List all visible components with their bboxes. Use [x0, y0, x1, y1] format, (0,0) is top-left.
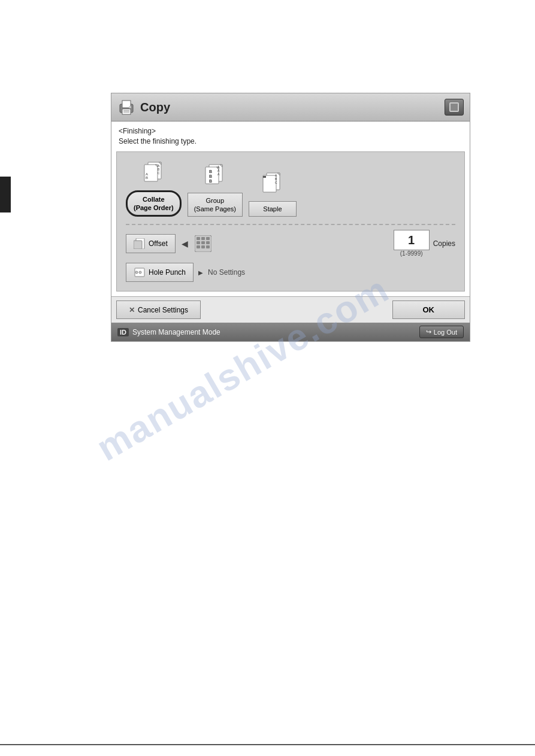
- hole-punch-setting: No Settings: [208, 268, 245, 277]
- copies-input-wrapper: (1-9999): [394, 230, 430, 257]
- title-text: Copy: [140, 101, 170, 114]
- bottom-line: [0, 744, 535, 745]
- svg-rect-36: [201, 237, 205, 240]
- svg-rect-27: [263, 175, 276, 192]
- group-option[interactable]: B B B A A A Group (Same Pages): [188, 163, 243, 217]
- logout-label: Log Out: [434, 329, 457, 336]
- svg-rect-43: [206, 245, 210, 248]
- staple-btn[interactable]: Staple: [249, 201, 297, 217]
- copies-range: (1-9999): [400, 250, 423, 257]
- svg-rect-40: [206, 241, 210, 244]
- svg-point-5: [129, 106, 131, 108]
- controls-row: Offset ◀: [126, 230, 455, 257]
- copies-input[interactable]: [394, 230, 430, 250]
- system-bar: ID System Management Mode ↪ Log Out: [111, 323, 470, 341]
- svg-rect-39: [201, 241, 205, 244]
- svg-point-46: [139, 271, 141, 274]
- hole-punch-row: Hole Punch ▶ No Settings: [126, 263, 455, 282]
- dashed-separator: [126, 224, 455, 225]
- offset-icon: [134, 238, 146, 249]
- hole-punch-arrow: ▶: [198, 269, 203, 276]
- options-row: A B A B C Collate (Page Order): [126, 161, 455, 217]
- svg-rect-37: [206, 237, 210, 240]
- svg-text:B: B: [209, 179, 212, 183]
- keypad-icon[interactable]: [194, 235, 212, 253]
- collate-btn[interactable]: Collate (Page Order): [126, 190, 182, 217]
- copy-icon: [117, 98, 135, 116]
- title-btn[interactable]: [445, 99, 464, 116]
- 3d-box-icon: [449, 102, 459, 112]
- title-bar: Copy: [111, 93, 470, 122]
- sys-id-badge: ID: [117, 328, 129, 336]
- hole-punch-button[interactable]: Hole Punch: [126, 263, 194, 282]
- copies-label: Copies: [433, 239, 455, 248]
- bottom-buttons: ✕ Cancel Settings OK: [111, 296, 470, 323]
- svg-text:B: B: [209, 174, 212, 178]
- svg-rect-41: [197, 245, 200, 248]
- svg-rect-42: [201, 245, 205, 248]
- ok-label: OK: [423, 305, 435, 314]
- svg-rect-33: [134, 241, 142, 249]
- svg-text:B: B: [146, 176, 148, 180]
- subtitle-line1: <Finishing>: [119, 126, 463, 136]
- subtitle-area: <Finishing> Select the finishing type.: [111, 122, 470, 149]
- group-icon: B B B A A A: [198, 163, 231, 190]
- hole-punch-icon: [134, 267, 146, 278]
- svg-point-45: [135, 271, 138, 274]
- offset-label: Offset: [149, 239, 168, 248]
- hole-punch-label: Hole Punch: [149, 268, 186, 277]
- cancel-button[interactable]: ✕ Cancel Settings: [116, 300, 201, 319]
- svg-text:C: C: [158, 171, 160, 175]
- cancel-label: Cancel Settings: [138, 306, 188, 314]
- arrow-to-copies: ◀: [182, 239, 188, 248]
- title-bar-left: Copy: [117, 98, 170, 116]
- svg-rect-28: [263, 176, 266, 178]
- page-wrapper: Copy <Finishing> Select the finishing ty…: [0, 0, 535, 756]
- svg-rect-4: [123, 112, 129, 113]
- cancel-x-icon: ✕: [129, 306, 135, 314]
- staple-icon: A B C: [256, 172, 289, 199]
- sys-bar-left: ID System Management Mode: [117, 328, 220, 336]
- sys-mgmt-text: System Management Mode: [132, 328, 220, 336]
- copies-area: (1-9999) Copies: [394, 230, 455, 257]
- collate-icon: A B A B C: [137, 161, 170, 188]
- logout-icon: ↪: [426, 328, 431, 336]
- staple-option[interactable]: A B C Staple: [249, 172, 297, 217]
- collate-option[interactable]: A B A B C Collate (Page Order): [126, 161, 182, 217]
- svg-rect-35: [197, 237, 200, 240]
- offset-button[interactable]: Offset: [126, 234, 176, 253]
- svg-text:C: C: [275, 181, 277, 184]
- svg-rect-3: [123, 110, 129, 111]
- ok-button[interactable]: OK: [392, 300, 466, 319]
- svg-text:B: B: [209, 169, 212, 174]
- left-tab: [0, 177, 11, 212]
- subtitle-line2: Select the finishing type.: [119, 136, 463, 147]
- content-area: A B A B C Collate (Page Order): [116, 151, 465, 292]
- svg-rect-38: [197, 241, 200, 244]
- ui-panel: Copy <Finishing> Select the finishing ty…: [111, 93, 470, 342]
- logout-button[interactable]: ↪ Log Out: [419, 326, 464, 338]
- group-btn[interactable]: Group (Same Pages): [188, 193, 243, 217]
